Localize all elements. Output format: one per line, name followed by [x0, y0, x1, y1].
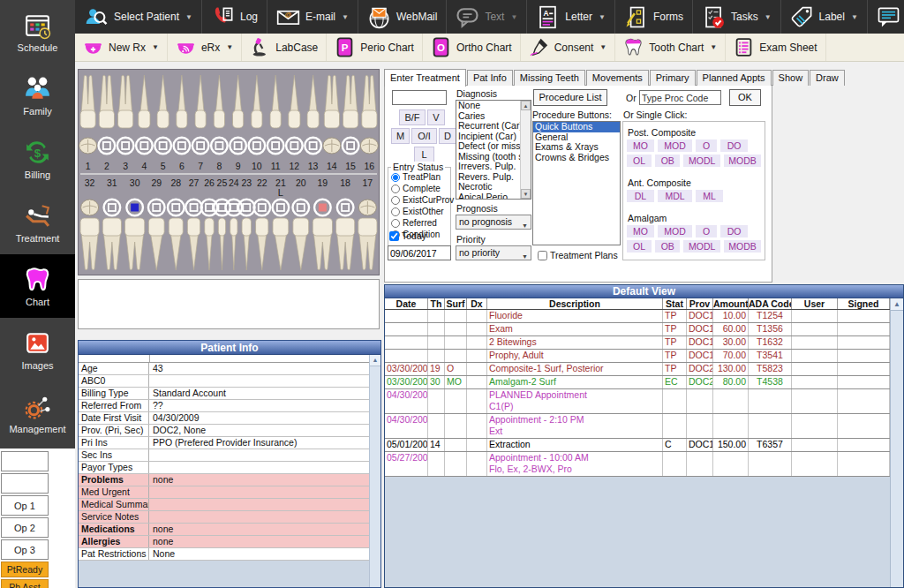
proc-code-input[interactable] — [639, 90, 721, 105]
quick-button-post-composite-do[interactable]: DO — [720, 139, 748, 152]
procedure-row[interactable]: 05/27/2009Appointment - 10:00 AMFlo, Ex,… — [385, 452, 890, 477]
sidebar-item-images[interactable]: Images — [0, 318, 75, 381]
quick-button-ant-composite-ml[interactable]: ML — [696, 190, 723, 202]
procedure-category-option-crowns-bridges[interactable]: Crowns & Bridges — [533, 153, 620, 163]
tab-movements[interactable]: Movements — [586, 70, 649, 86]
dropdown-arrow-icon[interactable]: ▼ — [226, 43, 233, 51]
surface-button-l[interactable]: L — [414, 147, 434, 162]
tab-show[interactable]: Show — [772, 70, 810, 86]
diagnosis-listbox[interactable]: NoneCariesRecurrent (Car)Incipient (Car)… — [456, 100, 531, 200]
quick-button-post-composite-o[interactable]: O — [696, 139, 717, 152]
sidebar-item-chart[interactable]: Chart — [0, 254, 75, 318]
sidebar-item-schedule[interactable]: Schedule — [0, 0, 75, 64]
scroll-up-icon[interactable]: ▲ — [370, 355, 380, 366]
dropdown-arrow-icon[interactable]: ▼ — [710, 43, 717, 51]
toolbar-button-labcase[interactable]: LabCase — [242, 34, 327, 61]
surface-button-d[interactable]: D — [439, 128, 456, 144]
quick-button-amalgam-modb[interactable]: MODB — [724, 240, 761, 253]
treatment-plans-checkbox[interactable]: Treatment Plans — [538, 250, 618, 260]
toolbar-button-text[interactable]: Text▼ — [447, 0, 527, 34]
toolbar-button-select-patient[interactable]: Select Patient▼ — [76, 0, 202, 34]
operatory-button-op-2[interactable]: Op 2 — [1, 517, 49, 538]
entry-status-option-complete[interactable]: Complete — [388, 183, 450, 194]
tooth-chart-graphic[interactable]: 1234567891011121314151632313029282726252… — [78, 69, 380, 275]
tab-draw[interactable]: Draw — [810, 70, 845, 86]
column-header-date[interactable]: Date — [385, 298, 428, 309]
column-header-th[interactable]: Th — [428, 298, 445, 309]
tooth-chart-svg[interactable]: 1234567891011121314151632313029282726252… — [79, 70, 379, 273]
priority-dropdown[interactable]: no priority▼ — [456, 245, 531, 260]
quick-button-amalgam-mod[interactable]: MOD — [658, 225, 692, 237]
scroll-up-icon[interactable]: ▲ — [521, 101, 531, 110]
toolbar-button-letter[interactable]: ALetter▼ — [527, 0, 615, 34]
column-header-description[interactable]: Description — [487, 298, 663, 309]
procedure-list-button[interactable]: Procedure List — [533, 89, 607, 106]
toolbar-button-label[interactable]: Label▼ — [781, 0, 868, 34]
tab-pat-info[interactable]: Pat Info — [467, 70, 513, 86]
radio-complete[interactable] — [391, 185, 400, 193]
column-header-ada-code[interactable]: ADA Code — [749, 298, 792, 309]
dropdown-arrow-icon[interactable]: ▼ — [765, 13, 772, 21]
procedure-row[interactable]: 2 BitewingsTPDOC130.00T1632 — [385, 336, 890, 350]
quick-button-amalgam-modl[interactable]: MODL — [683, 240, 720, 253]
radio-treatplan[interactable] — [391, 173, 400, 182]
quick-button-amalgam-do[interactable]: DO — [720, 225, 748, 237]
dropdown-arrow-icon[interactable]: ▼ — [851, 13, 858, 21]
radio-existcurprov[interactable] — [391, 196, 400, 205]
dropdown-arrow-icon[interactable]: ▼ — [510, 13, 517, 21]
procedure-row[interactable]: 03/30/200930MOAmalgam-2 SurfECDOC280.00T… — [385, 376, 890, 389]
sidebar-item-management[interactable]: Management — [0, 381, 75, 445]
quick-button-ant-composite-mdl[interactable]: MDL — [658, 190, 692, 202]
quick-button-post-composite-ob[interactable]: OB — [655, 155, 680, 167]
radio-existother[interactable] — [391, 207, 400, 216]
column-header-dx[interactable]: Dx — [467, 298, 487, 309]
toolbar-button-forms[interactable]: Forms — [615, 0, 693, 34]
operatory-button-op-1[interactable]: Op 1 — [1, 495, 49, 516]
column-header-prov[interactable]: Prov — [687, 298, 713, 309]
status-button-ptready[interactable]: PtReady — [1, 562, 49, 577]
procedure-category-option-exams-xrays[interactable]: Exams & Xrays — [533, 142, 620, 153]
entry-status-option-referred[interactable]: Referred — [388, 217, 450, 229]
treatment-search-input[interactable] — [392, 90, 447, 105]
toolbar-button-tooth-chart[interactable]: Tooth Chart▼ — [615, 34, 726, 61]
procedure-category-listbox[interactable]: Quick ButtonsGeneralExams & XraysCrowns … — [532, 121, 621, 245]
column-header-amount[interactable]: Amount — [713, 298, 749, 309]
quick-button-amalgam-ol[interactable]: OL — [627, 240, 652, 253]
procedure-row[interactable]: 03/30/200919OComposite-1 Surf, Posterior… — [385, 363, 890, 376]
quick-button-post-composite-mod[interactable]: MOD — [658, 139, 692, 152]
procedure-row[interactable]: 04/30/2009Appointment - 2:10 PMExt — [385, 414, 890, 439]
procedure-row[interactable]: FluorideTPDOC110.00T1254 — [385, 310, 890, 323]
radio-referred[interactable] — [391, 219, 400, 228]
dropdown-arrow-icon[interactable]: ▼ — [342, 13, 349, 21]
toolbar-button-perio-chart[interactable]: PPerio Chart — [327, 34, 423, 61]
column-header-stat[interactable]: Stat — [663, 298, 687, 309]
dropdown-arrow-icon[interactable]: ▼ — [185, 13, 192, 21]
surface-button-m[interactable]: M — [391, 128, 410, 144]
chart-note-box[interactable] — [78, 279, 380, 329]
quick-button-amalgam-mo[interactable]: MO — [627, 225, 654, 237]
status-button-ph-asst[interactable]: Ph Asst — [1, 579, 49, 588]
today-checkbox-input[interactable] — [389, 231, 399, 241]
column-header-surf[interactable]: Surf — [445, 298, 467, 309]
ok-button[interactable]: OK — [729, 89, 761, 106]
operatory-button-empty-1[interactable] — [1, 473, 49, 494]
scroll-up-icon[interactable]: ▲ — [891, 298, 903, 311]
sidebar-item-family[interactable]: Family — [0, 64, 75, 127]
quick-button-amalgam-o[interactable]: O — [696, 225, 717, 237]
quick-button-amalgam-ob[interactable]: OB — [655, 240, 680, 253]
quick-button-post-composite-ol[interactable]: OL — [627, 155, 652, 167]
patient-info-scrollbar[interactable]: ▲ — [369, 355, 380, 587]
toolbar-button-erx[interactable]: eRx▼ — [168, 34, 242, 61]
progress-notes-scrollbar[interactable]: ▲ — [890, 298, 903, 587]
entry-status-option-existcurprov[interactable]: ExistCurProv — [388, 194, 450, 206]
operatory-button-op-3[interactable]: Op 3 — [1, 539, 49, 560]
surface-button-v[interactable]: V — [427, 109, 445, 125]
toolbar-button-log[interactable]: Log — [202, 0, 267, 34]
listbox-scrollbar[interactable]: ▲▼ — [520, 101, 531, 199]
today-checkbox[interactable]: Today — [389, 230, 426, 241]
sidebar-item-treatment[interactable]: Treatment — [0, 191, 75, 254]
toolbar-button-tasks[interactable]: Tasks▼ — [693, 0, 781, 34]
scroll-down-icon[interactable]: ▼ — [521, 189, 531, 199]
column-header-signed[interactable]: Signed — [838, 298, 890, 309]
dropdown-arrow-icon[interactable]: ▼ — [152, 43, 159, 51]
